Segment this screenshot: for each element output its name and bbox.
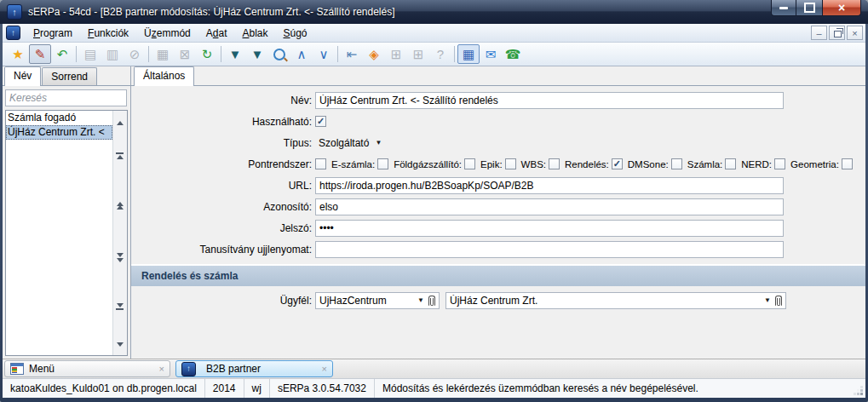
toolbar-separator — [337, 46, 338, 62]
bottom-tabbar: Menü × ↑ B2B partner × — [3, 359, 865, 378]
scroll-down-icon[interactable] — [114, 339, 125, 350]
list-scrollbar[interactable] — [112, 111, 127, 355]
checkbox-e-számla[interactable] — [377, 158, 388, 169]
mdi-minimize-button[interactable]: – — [811, 26, 827, 40]
save-icon: ▦ — [152, 44, 174, 64]
partner-listbox[interactable]: Számla fogadóÚjHáz Centrum Zrt. < — [5, 110, 128, 356]
new-icon[interactable]: ★ — [7, 44, 29, 64]
content: Név Sorrend Számla fogadóÚjHáz Centrum Z… — [3, 66, 865, 359]
tab-sorrend[interactable]: Sorrend — [42, 67, 97, 85]
resize-grip[interactable] — [860, 393, 863, 395]
edit-icon[interactable]: ✎ — [29, 44, 51, 64]
checkbox-label: Geometria: — [790, 159, 839, 169]
jelszo-input[interactable] — [315, 220, 784, 237]
mdi-close-button[interactable]: × — [847, 26, 863, 40]
checkbox-label: Földgázszállító: — [394, 159, 462, 169]
chevron-up-icon[interactable]: ∧ — [290, 44, 313, 64]
minimize-button[interactable] — [771, 0, 796, 16]
refresh-icon[interactable]: ↻ — [196, 44, 218, 64]
url-input[interactable] — [315, 177, 784, 194]
menu-item-uzemmod[interactable]: Üzemmód — [136, 26, 198, 41]
azonosito-input[interactable] — [315, 198, 784, 215]
ugyfel-name-dropdown[interactable]: ÚjHáz Centrum Zrt. ▼ — [445, 292, 786, 309]
undo-icon[interactable]: ↶ — [51, 44, 73, 64]
tanusitvany-input[interactable] — [315, 241, 784, 258]
app-body: ↑ ProgramFunkciókÜzemmódAdatAblakSúgó – … — [3, 24, 865, 398]
scroll-to-top-icon[interactable] — [114, 150, 125, 161]
restore-button[interactable] — [796, 0, 822, 16]
paperclip-icon[interactable] — [775, 296, 782, 306]
close-button[interactable]: × — [822, 0, 861, 16]
bottom-tab-b2b-partner[interactable]: ↑ B2B partner × — [175, 360, 333, 377]
azonosito-label: Azonosító: — [131, 201, 312, 213]
checkbox-pontrendszer[interactable] — [315, 158, 326, 169]
tipus-dropdown[interactable]: Szolgáltató ▼ — [315, 135, 385, 151]
logo-arrow-glyph: ↑ — [11, 29, 15, 37]
phone-icon[interactable]: ☎ — [502, 44, 524, 64]
mdi-close-icon: × — [852, 28, 857, 38]
nev-input[interactable] — [315, 92, 784, 109]
tipus-row: Típus: Szolgáltató ▼ — [131, 132, 865, 153]
list-item[interactable]: ÚjHáz Centrum Zrt. < — [6, 125, 112, 140]
checkbox-label: Számla: — [687, 159, 723, 169]
status-version: sERPa 3.0.54.7032 — [270, 379, 375, 398]
url-row: URL: — [131, 175, 865, 196]
checkbox-wbs[interactable] — [549, 158, 560, 169]
filter-form-icon[interactable]: ▼ — [246, 44, 268, 64]
checkbox-geometria[interactable] — [842, 158, 853, 169]
checkbox-nerd[interactable] — [774, 158, 785, 169]
ugyfel-code-value: UjHazCentrum — [319, 295, 417, 307]
search-input[interactable] — [5, 89, 127, 106]
tab-altalanos[interactable]: Általános — [134, 66, 194, 86]
checkbox-számla[interactable] — [725, 158, 736, 169]
scroll-page-down-icon[interactable] — [114, 252, 125, 263]
filter-icon[interactable]: ▼ — [224, 44, 246, 64]
ugyfel-label: Ügyfél: — [131, 295, 312, 307]
close-tab-icon[interactable]: × — [159, 364, 164, 374]
ugyfel-code-dropdown[interactable]: UjHazCentrum ▼ — [315, 292, 440, 309]
checkbox-dmsone[interactable] — [671, 158, 682, 169]
navigate-back-icon[interactable]: ⇤ — [341, 44, 363, 64]
tab-nev[interactable]: Név — [4, 66, 41, 86]
chevron-down-icon: ▼ — [764, 297, 771, 304]
calculator-icon[interactable]: ▦ — [457, 44, 480, 64]
email-icon[interactable]: ✉ — [480, 44, 502, 64]
ugyfel-name-value: ÚjHáz Centrum Zrt. — [450, 295, 764, 307]
checkbox-földgázszállító[interactable] — [464, 158, 475, 169]
checkbox-label: NERD: — [741, 159, 772, 169]
ugyfel-row: Ügyfél: UjHazCentrum ▼ ÚjHáz Centrum Zrt… — [131, 290, 865, 311]
search-icon[interactable] — [268, 44, 290, 64]
restore-icon — [804, 3, 815, 13]
bottom-tab-label: B2B partner — [206, 363, 261, 375]
mdi-restore-icon — [834, 31, 842, 37]
checkbox-rendelés[interactable]: ✓ — [612, 158, 623, 169]
mdi-restore-button[interactable] — [829, 26, 845, 40]
partner-list: Számla fogadóÚjHáz Centrum Zrt. < — [6, 111, 127, 140]
toolbar-separator — [454, 46, 455, 62]
tipus-label: Típus: — [131, 137, 312, 149]
logo-arrow-glyph: ↑ — [187, 365, 191, 373]
check-icon: ✓ — [317, 117, 325, 126]
chevron-down-icon[interactable]: ∨ — [313, 44, 335, 64]
tanusitvany-label: Tanusítvány ujjlenyomat: — [131, 244, 312, 256]
hasznalhato-checkbox[interactable]: ✓ — [315, 116, 326, 127]
paperclip-icon[interactable] — [428, 296, 435, 306]
bottom-tab-menu[interactable]: Menü × — [4, 360, 170, 377]
scroll-to-bottom-icon[interactable] — [114, 302, 125, 313]
checkbox-label: E-számla: — [331, 159, 375, 169]
scroll-page-up-icon[interactable] — [114, 200, 125, 211]
menu-item-sugo[interactable]: Súgó — [276, 26, 315, 41]
menu-item-program[interactable]: Program — [26, 26, 80, 41]
close-tab-icon[interactable]: × — [322, 364, 327, 374]
checkbox-epik[interactable] — [505, 158, 516, 169]
bottom-tab-label: Menü — [29, 363, 55, 375]
menu-item-adat[interactable]: Adat — [198, 26, 235, 41]
list-item[interactable]: Számla fogadó — [6, 111, 112, 125]
scroll-up-icon[interactable] — [114, 118, 125, 129]
compose-icon[interactable]: ◈ — [363, 44, 385, 64]
menu-item-ablak[interactable]: Ablak — [234, 26, 275, 41]
pontrendszer-row: Pontrendszer: E-számla:Földgázszállító:E… — [131, 153, 865, 175]
menu-item-funkciok[interactable]: Funkciók — [80, 26, 136, 41]
mdi-minimize-icon: – — [816, 28, 821, 38]
url-label: URL: — [131, 180, 312, 192]
